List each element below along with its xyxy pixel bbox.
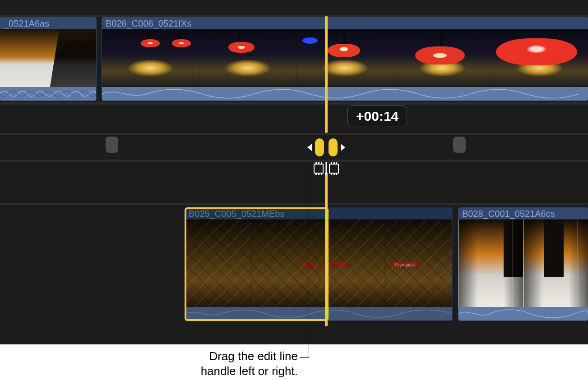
clip-title: B028_C001_0521A6cs	[458, 208, 588, 220]
roll-cursor-icon	[314, 164, 339, 174]
caption: Drag the edit line handle left or right.	[144, 349, 298, 378]
edit-line[interactable]	[325, 16, 328, 133]
delta-time-badge: +00:14	[347, 105, 407, 127]
clip-thumbnail	[523, 220, 588, 307]
caption-line-1: Drag the edit line	[144, 349, 298, 364]
connection-handle[interactable]	[106, 137, 118, 153]
connection-handle[interactable]	[453, 137, 466, 153]
clip-title: B026_C006_0521IXs	[102, 18, 588, 29]
clip-upper-2[interactable]: B026_C006_0521IXs	[102, 17, 588, 101]
clip-title: _0521A6as	[0, 18, 96, 29]
clip-thumbnail	[394, 29, 491, 87]
callout-line	[300, 357, 309, 358]
clip-thumbnail	[0, 29, 96, 87]
clip-title: B025_C005_0521MEbs	[185, 208, 452, 220]
clip-lower-1[interactable]: B025_C005_0521MEbs Olympia-E	[185, 207, 453, 321]
clip-thumbnail	[185, 220, 252, 307]
clip-lower-2[interactable]: B028_C001_0521A6cs	[458, 207, 588, 321]
clip-thumbnail	[296, 29, 394, 87]
caption-line-2: handle left or right.	[144, 364, 298, 379]
clip-thumbnail	[458, 220, 523, 307]
edit-line[interactable]	[325, 172, 328, 326]
clip-waveform	[102, 87, 588, 101]
edit-line-handle[interactable]	[312, 133, 341, 162]
clip-thumbnail	[491, 29, 588, 87]
arrow-right-icon	[341, 144, 345, 151]
lane-divider	[0, 133, 588, 135]
clip-waveform	[185, 307, 452, 320]
timeline[interactable]: _0521A6as B026_C006_0521IXs	[0, 0, 588, 344]
clip-waveform	[458, 307, 588, 320]
clip-thumbnail	[199, 29, 297, 87]
clip-upper-1[interactable]: _0521A6as	[0, 17, 97, 101]
lane-divider	[0, 203, 588, 205]
clip-thumbnail	[102, 29, 199, 87]
arrow-left-icon	[307, 144, 312, 151]
clip-waveform	[0, 87, 96, 101]
lane-divider	[0, 102, 588, 105]
lane-divider	[0, 160, 588, 162]
clip-thumbnail: Olympia-E	[386, 220, 452, 307]
callout-line	[309, 167, 309, 358]
clip-thumbnail	[319, 220, 386, 307]
